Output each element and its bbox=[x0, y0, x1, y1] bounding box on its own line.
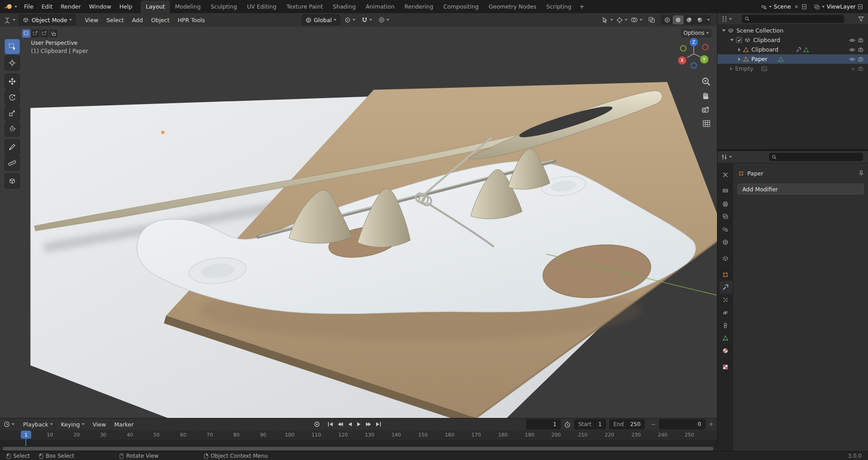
select-mode-intersect-button[interactable] bbox=[49, 29, 57, 38]
playhead-marker[interactable]: 1 bbox=[21, 431, 31, 439]
blender-menu-button[interactable] bbox=[4, 3, 17, 10]
gizmo-minus-z-ball[interactable] bbox=[691, 63, 696, 68]
timeline-ruler[interactable]: 1102030405060708090100110120130140150160… bbox=[0, 430, 717, 441]
workspace-tab-shading[interactable]: Shading bbox=[328, 0, 361, 13]
play-button[interactable] bbox=[356, 422, 362, 427]
scene-unlink-button[interactable]: × bbox=[793, 4, 800, 10]
select-mode-set-button[interactable] bbox=[22, 29, 30, 38]
mode-dropdown[interactable]: Object Mode bbox=[19, 14, 75, 25]
tool-measure[interactable] bbox=[5, 155, 20, 171]
viewport-options-button[interactable]: Options bbox=[681, 28, 712, 38]
disable-render-camera-icon[interactable] bbox=[858, 38, 864, 43]
xray-toggle[interactable] bbox=[648, 17, 655, 23]
shading-rendered-button[interactable] bbox=[694, 15, 705, 24]
timeline-scrollbar[interactable] bbox=[3, 447, 713, 451]
shading-solid-button[interactable] bbox=[673, 15, 684, 24]
properties-tab-modifiers[interactable] bbox=[719, 282, 731, 293]
workspace-tab-modeling[interactable]: Modeling bbox=[170, 0, 206, 13]
outliner-row-clipboard-collection[interactable]: Clipboard bbox=[717, 35, 868, 45]
menu-view[interactable]: View bbox=[81, 17, 103, 24]
scene-name[interactable]: Scene bbox=[774, 3, 791, 10]
properties-tab-view-layer[interactable] bbox=[719, 211, 731, 222]
menu-render[interactable]: Render bbox=[57, 3, 85, 10]
add-modifier-button[interactable]: Add Modifier bbox=[737, 184, 864, 194]
properties-tab-material[interactable] bbox=[719, 345, 731, 356]
workspace-tab-compositing[interactable]: Compositing bbox=[438, 0, 483, 13]
properties-editor-button[interactable] bbox=[721, 154, 732, 160]
menu-window[interactable]: Window bbox=[85, 3, 115, 10]
outliner-row-paper-object[interactable]: Paper bbox=[717, 54, 868, 64]
end-frame-field[interactable]: End 250 bbox=[609, 419, 645, 429]
properties-tab-world[interactable] bbox=[719, 237, 731, 248]
workspace-tab-rendering[interactable]: Rendering bbox=[400, 0, 439, 13]
tool-cursor[interactable] bbox=[5, 55, 20, 71]
outliner-search-field[interactable] bbox=[742, 15, 844, 23]
gizmo-minus-x-ball[interactable] bbox=[703, 44, 708, 50]
properties-tab-scene[interactable] bbox=[719, 223, 731, 235]
tool-scale[interactable] bbox=[5, 105, 20, 121]
menu-hpr-tools[interactable]: HPR Tools bbox=[174, 17, 209, 24]
increment-button[interactable]: + bbox=[709, 421, 713, 427]
outliner-row-empty[interactable]: Empty bbox=[717, 64, 868, 73]
workspace-tab-texture-paint[interactable]: Texture Paint bbox=[281, 0, 328, 13]
timeline-editor-button[interactable] bbox=[4, 421, 14, 427]
hide-viewport-eye-icon[interactable] bbox=[849, 38, 855, 43]
tool-add-cube[interactable] bbox=[5, 173, 20, 189]
disclosure-down-icon[interactable] bbox=[722, 29, 726, 32]
tool-rotate[interactable] bbox=[5, 90, 20, 105]
hide-dot-icon[interactable] bbox=[851, 66, 855, 71]
shading-material-button[interactable] bbox=[684, 15, 694, 24]
menu-timeline-view[interactable]: View bbox=[89, 421, 110, 428]
proportional-edit-button[interactable] bbox=[377, 15, 391, 25]
tool-select-box[interactable] bbox=[5, 39, 20, 54]
properties-tab-output[interactable] bbox=[719, 199, 731, 210]
overlays-button[interactable] bbox=[631, 17, 642, 23]
outliner-editor-button[interactable] bbox=[721, 16, 732, 22]
orientation-dropdown[interactable]: Global bbox=[302, 14, 340, 25]
breadcrumb-object-name[interactable]: Paper bbox=[747, 170, 763, 177]
menu-edit[interactable]: Edit bbox=[38, 3, 57, 10]
tool-annotate[interactable] bbox=[5, 139, 20, 155]
pivot-point-button[interactable] bbox=[343, 15, 357, 25]
workspace-tab-sculpting[interactable]: Sculpting bbox=[206, 0, 242, 13]
workspace-tab-layout[interactable]: Layout bbox=[141, 0, 170, 13]
workspace-tab-geometry-nodes[interactable]: Geometry Nodes bbox=[484, 0, 541, 13]
menu-file[interactable]: File bbox=[20, 3, 38, 10]
properties-tab-object-data[interactable] bbox=[719, 332, 731, 344]
properties-tab-physics[interactable] bbox=[719, 307, 731, 318]
workspace-tab-scripting[interactable]: Scripting bbox=[541, 0, 576, 13]
select-mode-extend-button[interactable] bbox=[31, 29, 39, 38]
properties-tab-particles[interactable] bbox=[719, 294, 731, 305]
jump-to-end-button[interactable] bbox=[375, 422, 382, 427]
tool-transform[interactable] bbox=[5, 121, 20, 137]
start-frame-field[interactable]: Start 1 bbox=[574, 419, 606, 429]
menu-help[interactable]: Help bbox=[115, 3, 137, 10]
modifier-wrench-icon[interactable] bbox=[796, 47, 801, 52]
hide-viewport-eye-icon[interactable] bbox=[849, 47, 855, 52]
next-keyframe-button[interactable] bbox=[365, 422, 372, 427]
tool-move[interactable] bbox=[5, 74, 20, 89]
properties-tab-constraints[interactable] bbox=[719, 320, 731, 331]
outliner-filter-button[interactable] bbox=[858, 16, 864, 22]
current-frame-field[interactable]: 1 bbox=[526, 419, 561, 429]
auto-keying-button[interactable] bbox=[314, 421, 320, 427]
add-workspace-button[interactable]: + bbox=[576, 0, 587, 13]
decrement-button[interactable]: − bbox=[651, 421, 656, 427]
properties-tab-collection[interactable] bbox=[719, 253, 731, 264]
disable-render-camera-icon[interactable] bbox=[858, 66, 864, 71]
mesh-data-icon[interactable] bbox=[778, 57, 783, 62]
properties-tab-object[interactable] bbox=[719, 269, 731, 280]
gizmos-button[interactable] bbox=[616, 17, 627, 24]
menu-object[interactable]: Object bbox=[147, 17, 174, 24]
shading-wireframe-button[interactable] bbox=[662, 15, 673, 24]
properties-tab-tool[interactable] bbox=[719, 169, 731, 180]
menu-playback[interactable]: Playback bbox=[19, 421, 57, 428]
jump-to-start-button[interactable] bbox=[327, 422, 334, 427]
mesh-data-icon[interactable] bbox=[803, 47, 809, 52]
disable-render-camera-icon[interactable] bbox=[858, 47, 864, 52]
menu-marker[interactable]: Marker bbox=[110, 421, 137, 428]
hide-viewport-eye-icon[interactable] bbox=[849, 57, 855, 62]
menu-select[interactable]: Select bbox=[102, 17, 128, 24]
disable-render-camera-icon[interactable] bbox=[858, 57, 864, 62]
viewlayer-browse-button[interactable] bbox=[814, 4, 825, 10]
